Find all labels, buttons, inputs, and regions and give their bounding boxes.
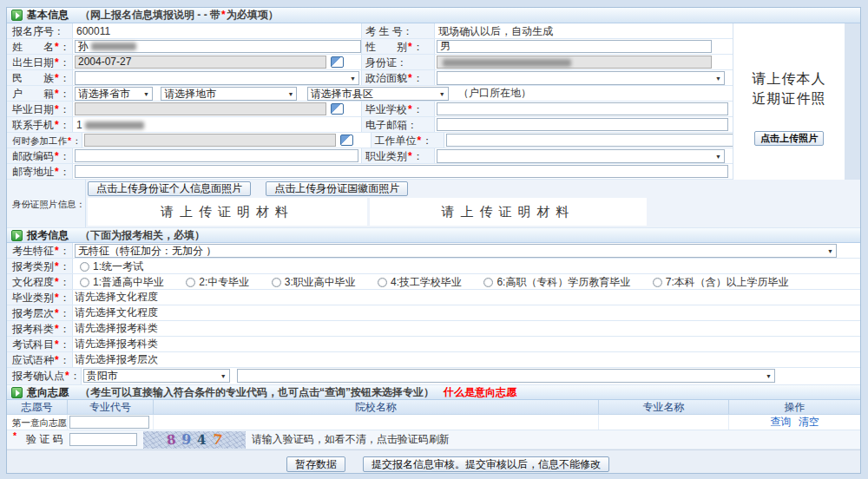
section-subtitle: （网上报名信息填报说明 - - 带*为必填项） bbox=[80, 8, 279, 23]
gradschool-input[interactable] bbox=[437, 102, 728, 115]
row-subject: 报考科类*： 请先选择报考科类 bbox=[7, 321, 860, 337]
colon: ： bbox=[54, 25, 64, 37]
colon: ： bbox=[76, 199, 86, 209]
graddate-input[interactable] bbox=[75, 102, 326, 115]
what-is-volunteer-link[interactable]: 什么是意向志愿 bbox=[444, 385, 516, 400]
radio-icon[interactable] bbox=[272, 278, 281, 287]
colon: ： bbox=[72, 135, 82, 146]
province-select[interactable]: 请选择省市▼ bbox=[75, 87, 153, 101]
postcode-input[interactable] bbox=[75, 149, 358, 162]
query-link[interactable]: 查询 bbox=[770, 416, 791, 428]
birth-input[interactable]: 2004-07-27 bbox=[75, 56, 326, 69]
row-idphoto: 身份证照片信息： 点击上传身份证个人信息面照片 点击上传身份证国徽面照片 请上传… bbox=[7, 180, 860, 228]
gender-label: 性 别*： bbox=[362, 39, 435, 54]
province-value: 请选择省市 bbox=[78, 88, 130, 100]
captcha-input[interactable] bbox=[69, 433, 137, 446]
workunit-input[interactable] bbox=[446, 134, 738, 147]
colon: ： bbox=[60, 41, 70, 53]
volunteer1-code-cell bbox=[68, 415, 154, 430]
radio-icon[interactable] bbox=[186, 278, 195, 287]
colon: ： bbox=[403, 25, 413, 37]
email-input[interactable] bbox=[437, 118, 728, 131]
star: * bbox=[407, 150, 413, 162]
idphoto-zone: 点击上传身份证个人信息面照片 点击上传身份证国徽面照片 请上传证明材料 请上传证… bbox=[86, 180, 860, 227]
colon: ： bbox=[60, 307, 70, 319]
calendar-icon[interactable] bbox=[331, 103, 344, 115]
language-value: 请先选择报考层次 bbox=[73, 352, 860, 367]
colon: ： bbox=[60, 338, 70, 351]
radio-icon[interactable] bbox=[80, 262, 89, 272]
education-radio-option[interactable]: 3:职业高中毕业 bbox=[272, 276, 356, 289]
option-label: 2:中专毕业 bbox=[199, 276, 249, 288]
id-back-upload-button[interactable]: 点击上传身份证国徽面照片 bbox=[266, 181, 408, 196]
career-label: 职业类别*： bbox=[362, 148, 435, 163]
colon: ： bbox=[60, 245, 70, 257]
clear-link[interactable]: 清空 bbox=[799, 416, 819, 428]
career-select[interactable]: ▼ bbox=[437, 149, 725, 163]
registration-page: 基本信息 （网上报名信息填报说明 - - 带*为必填项） 报名序号： 60001… bbox=[0, 0, 868, 479]
radio-icon[interactable] bbox=[653, 278, 662, 287]
confirm-site-select[interactable]: ▼ bbox=[237, 369, 775, 383]
city-select[interactable]: 请选择地市▼ bbox=[161, 87, 297, 101]
colon: ： bbox=[60, 276, 70, 288]
row-education: 文化程度*： 1:普通高中毕业 2:中专毕业 3:职业高中毕业 4:技工学校毕业… bbox=[7, 274, 860, 290]
birth-zone: 2004-07-27 bbox=[73, 55, 362, 69]
name-value: 孙 bbox=[78, 40, 89, 52]
idcard-input[interactable] bbox=[437, 56, 712, 69]
calendar-icon[interactable] bbox=[340, 135, 353, 146]
education-radio-option[interactable]: 4:技工学校毕业 bbox=[378, 276, 462, 289]
value-text: 请先选择文化程度 bbox=[75, 291, 158, 303]
address-input[interactable] bbox=[75, 165, 728, 178]
residence-note: （户口所在地） bbox=[458, 87, 531, 99]
star: * bbox=[407, 103, 413, 115]
major-code-input[interactable] bbox=[69, 416, 149, 429]
col-major-name: 专业名称 bbox=[599, 400, 729, 414]
postcode-zone bbox=[73, 148, 362, 163]
save-draft-button[interactable]: 暂存数据 bbox=[286, 456, 345, 472]
name-input[interactable]: 孙 bbox=[75, 40, 361, 53]
evidence-boxes: 请上传证明材料 请上传证明材料 bbox=[88, 198, 860, 226]
submit-button[interactable]: 提交报名信息审核。提交审核以后，信息不能修改 bbox=[363, 456, 609, 472]
education-radio-option[interactable]: 6:高职（专科）学历教育毕业 bbox=[483, 276, 630, 289]
star: * bbox=[54, 245, 60, 257]
county-select[interactable]: 请选择市县区▼ bbox=[307, 87, 449, 101]
colon: ： bbox=[413, 150, 424, 162]
option-label: 3:职业高中毕业 bbox=[285, 276, 356, 288]
option-label: 4:技工学校毕业 bbox=[391, 276, 462, 288]
workstart-input[interactable] bbox=[84, 134, 336, 147]
category-radio-option[interactable]: 1:统一考试 bbox=[80, 260, 143, 273]
id-front-upload-button[interactable]: 点击上传身份证个人信息面照片 bbox=[88, 181, 251, 196]
radio-icon[interactable] bbox=[483, 278, 493, 287]
label-text: 报考确认点 bbox=[12, 370, 64, 382]
confirm-city-value: 贵阳市 bbox=[87, 370, 118, 382]
feature-select[interactable]: 无特征（特征加分：无加分 ）▼ bbox=[75, 244, 837, 258]
regno-value: 600011 bbox=[73, 23, 362, 38]
education-radio-option[interactable]: 1:普通高中毕业 bbox=[80, 276, 164, 289]
radio-icon[interactable] bbox=[378, 278, 387, 287]
nation-label: 民 族*： bbox=[7, 70, 73, 85]
photo-upload-button[interactable]: 点击上传照片 bbox=[754, 131, 824, 146]
gender-input[interactable]: 男 bbox=[437, 40, 712, 53]
colon: ： bbox=[422, 135, 432, 147]
nation-select[interactable]: ▼ bbox=[75, 71, 359, 85]
colon: ： bbox=[60, 56, 70, 69]
examsubjects-label: 考试科目*： bbox=[7, 337, 73, 351]
education-radio-option[interactable]: 7:本科（含）以上学历毕业 bbox=[653, 276, 789, 289]
label-text: 电子邮箱 bbox=[365, 119, 407, 131]
education-radio-option[interactable]: 2:中专毕业 bbox=[186, 276, 249, 289]
label-text: 考生特征 bbox=[12, 245, 54, 257]
section-title: 报考信息 bbox=[27, 228, 69, 243]
radio-icon[interactable] bbox=[80, 278, 89, 287]
star: * bbox=[54, 56, 60, 69]
politics-select[interactable]: ▼ bbox=[437, 71, 725, 85]
captcha-image[interactable]: 8 9 4 7 bbox=[143, 431, 246, 449]
phone-label: 联系手机*： bbox=[7, 117, 73, 132]
confirm-city-select[interactable]: 贵阳市▼ bbox=[83, 369, 230, 383]
star: * bbox=[54, 88, 60, 100]
chevron-down-icon: ▼ bbox=[220, 373, 227, 379]
label-text: 报考层次 bbox=[12, 307, 54, 319]
photo-side-strip bbox=[845, 23, 860, 180]
idphoto-buttons: 点击上传身份证个人信息面照片 点击上传身份证国徽面照片 bbox=[88, 181, 860, 196]
calendar-icon[interactable] bbox=[331, 56, 344, 68]
chevron-down-icon: ▼ bbox=[715, 75, 721, 82]
